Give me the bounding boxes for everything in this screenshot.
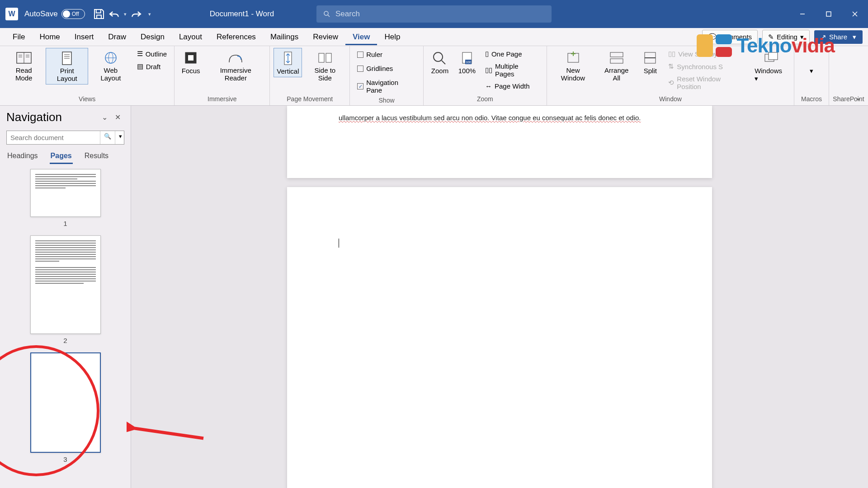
pencil-icon: ✎ xyxy=(768,33,774,41)
autosave-toggle[interactable]: Off xyxy=(61,9,85,19)
svg-point-24 xyxy=(434,52,443,61)
macros-button[interactable]: ▾ xyxy=(798,48,825,77)
one-page-button[interactable]: ▯One Page xyxy=(483,49,541,59)
menu-references[interactable]: References xyxy=(209,29,263,45)
menu-insert[interactable]: Insert xyxy=(67,29,101,45)
search-input[interactable] xyxy=(335,9,545,19)
checkbox-icon xyxy=(357,83,363,89)
zoom-icon xyxy=(431,50,449,66)
search-box[interactable] xyxy=(316,5,552,23)
side-to-side-icon xyxy=(316,50,334,66)
main-area: Navigation ⌄ ✕ 🔍 ▾ Headings Pages Result… xyxy=(0,106,868,488)
vertical-button[interactable]: Vertical xyxy=(274,48,302,77)
menu-mailings[interactable]: Mailings xyxy=(263,29,306,45)
redo-icon[interactable] xyxy=(129,7,143,21)
menu-design[interactable]: Design xyxy=(133,29,172,45)
multiple-pages-button[interactable]: ▯▯Multiple Pages xyxy=(483,61,541,79)
document-page-prev: ullamcorper a lacus vestibulum sed arcu … xyxy=(287,106,712,178)
immersive-reader-icon xyxy=(226,50,245,66)
group-page-movement: Vertical Side to Side Page Movement xyxy=(270,46,350,105)
menu-home[interactable]: Home xyxy=(32,29,67,45)
document-area[interactable]: ullamcorper a lacus vestibulum sed arcu … xyxy=(131,106,868,488)
collapse-ribbon-icon[interactable]: ⌄ xyxy=(855,93,862,103)
maximize-button[interactable] xyxy=(816,5,842,23)
menu-review[interactable]: Review xyxy=(306,29,345,45)
close-button[interactable] xyxy=(842,5,868,23)
document-page-current[interactable] xyxy=(287,187,712,488)
tab-pages[interactable]: Pages xyxy=(50,149,73,164)
thumbnails-list[interactable]: 1 2 3 xyxy=(0,164,131,488)
split-button[interactable]: Split xyxy=(637,48,663,76)
menu-view[interactable]: View xyxy=(345,29,377,45)
outline-button[interactable]: ☰Outline xyxy=(135,49,169,59)
thumbnail-page-2[interactable]: 2 xyxy=(0,235,131,344)
navigation-search[interactable]: 🔍 ▾ xyxy=(6,131,124,145)
zoom-button[interactable]: Zoom xyxy=(427,48,453,76)
zoom-100-button[interactable]: 100 100% xyxy=(454,48,480,76)
group-window-label: Window xyxy=(551,94,790,103)
switch-windows-button[interactable]: Windows ▾ xyxy=(752,48,790,84)
ribbon: Read Mode Print Layout Web Layout ☰Outli… xyxy=(0,46,868,106)
undo-icon[interactable] xyxy=(108,7,121,21)
web-layout-icon xyxy=(102,50,120,66)
navigation-dropdown-icon[interactable]: ⌄ xyxy=(98,111,111,123)
group-immersive: Focus Immersive Reader Immersive xyxy=(175,46,270,105)
navigation-pane-checkbox[interactable]: Navigation Pane xyxy=(355,78,418,95)
gridlines-checkbox[interactable]: Gridlines xyxy=(355,64,418,73)
thumbnail-label: 1 xyxy=(63,220,67,227)
menu-layout[interactable]: Layout xyxy=(172,29,209,45)
svg-line-1 xyxy=(328,15,330,17)
undo-dropdown-icon[interactable]: ▾ xyxy=(124,11,127,17)
navigation-tabs: Headings Pages Results xyxy=(0,149,131,164)
new-window-icon xyxy=(564,50,582,66)
draft-button[interactable]: ▤Draft xyxy=(135,61,169,71)
view-side-by-side-button: ▯▯View Side by S xyxy=(666,49,748,59)
focus-icon xyxy=(182,50,200,66)
autosave-state: Off xyxy=(72,11,79,17)
share-button[interactable]: ↗Share▾ xyxy=(814,30,863,44)
document-text: ullamcorper a lacus vestibulum sed arcu … xyxy=(339,106,660,123)
arrange-all-button[interactable]: Arrange All xyxy=(597,48,636,84)
svg-text:100: 100 xyxy=(466,61,471,64)
qat-customize-icon[interactable]: ▾ xyxy=(148,11,151,17)
editing-button[interactable]: ✎Editing▾ xyxy=(762,30,810,44)
save-icon[interactable] xyxy=(92,7,106,21)
group-macros: ▾ Macros xyxy=(794,46,829,105)
focus-button[interactable]: Focus xyxy=(178,48,203,76)
search-icon xyxy=(323,10,331,18)
reset-window-position-button: ⟲Reset Window Position xyxy=(666,74,748,91)
synchronous-scrolling-button: ⇅Synchronous S xyxy=(666,61,748,71)
draft-icon: ▤ xyxy=(137,62,143,70)
thumbnail-page-1[interactable]: 1 xyxy=(0,169,131,227)
navigation-search-dropdown-icon[interactable]: ▾ xyxy=(115,131,126,144)
comments-button[interactable]: 💬Comments xyxy=(702,30,758,44)
menu-draw[interactable]: Draw xyxy=(101,29,133,45)
chevron-down-icon: ▾ xyxy=(800,33,804,41)
navigation-search-icon[interactable]: 🔍 xyxy=(100,131,115,144)
menu-bar: File Home Insert Draw Design Layout Refe… xyxy=(0,28,868,46)
tab-headings[interactable]: Headings xyxy=(6,149,39,164)
page-width-button[interactable]: ↔Page Width xyxy=(483,81,541,91)
side-to-side-button[interactable]: Side to Side xyxy=(304,48,346,84)
web-layout-button[interactable]: Web Layout xyxy=(90,48,132,84)
read-mode-button[interactable]: Read Mode xyxy=(4,48,44,84)
checkbox-icon xyxy=(357,66,363,72)
immersive-reader-button[interactable]: Immersive Reader xyxy=(205,48,266,84)
menu-help[interactable]: Help xyxy=(377,29,407,45)
tab-results[interactable]: Results xyxy=(84,149,109,164)
print-layout-icon xyxy=(58,50,76,66)
thumbnail-page-3[interactable]: 3 xyxy=(0,352,131,463)
page-width-icon: ↔ xyxy=(485,82,492,90)
print-layout-button[interactable]: Print Layout xyxy=(46,48,88,84)
navigation-close-icon[interactable]: ✕ xyxy=(111,111,124,123)
autosave-knob xyxy=(63,10,70,18)
ruler-checkbox[interactable]: Ruler xyxy=(355,50,418,59)
sharepoint-button[interactable] xyxy=(833,48,864,69)
group-views: Read Mode Print Layout Web Layout ☰Outli… xyxy=(0,46,175,105)
navigation-title: Navigation xyxy=(6,110,98,124)
new-window-button[interactable]: New Window xyxy=(551,48,595,84)
menu-file[interactable]: File xyxy=(5,29,32,45)
navigation-search-input[interactable] xyxy=(7,131,100,144)
group-macros-label: Macros xyxy=(798,94,825,103)
minimize-button[interactable] xyxy=(789,5,816,23)
